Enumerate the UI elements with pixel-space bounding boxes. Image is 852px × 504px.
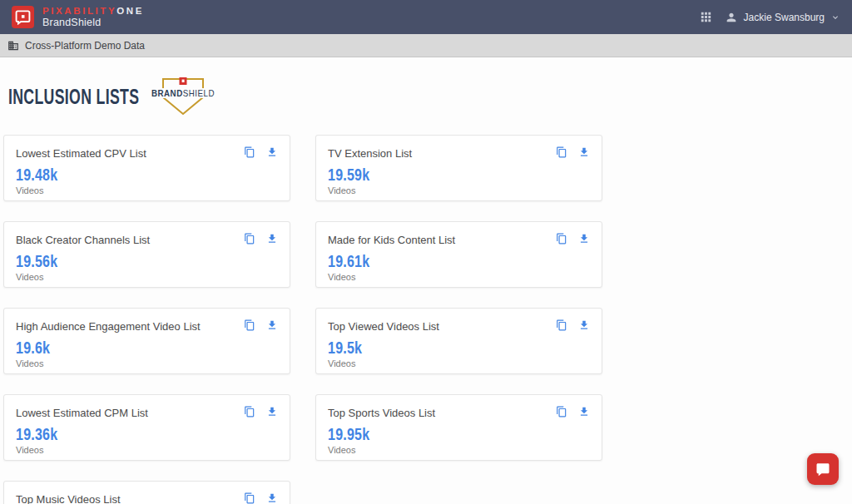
video-count: 19.61k <box>328 252 369 271</box>
page-title: INCLUSION LISTS <box>8 84 139 110</box>
chevron-down-icon <box>830 12 840 22</box>
speech-bubble-logo-icon <box>15 9 31 25</box>
video-count-unit: Videos <box>16 185 278 195</box>
breadcrumb[interactable]: Cross-Platform Demo Data <box>25 40 145 52</box>
brand-name: PIXABILITY <box>42 6 116 16</box>
copy-icon[interactable] <box>244 406 255 418</box>
video-count: 19.5k <box>328 338 362 358</box>
user-menu[interactable]: Jackie Swansburg <box>725 11 840 24</box>
list-title: Top Music Videos List <box>16 493 278 504</box>
copy-icon[interactable] <box>244 233 255 245</box>
list-card: Top Sports Videos List 19.95k Videos <box>315 394 602 461</box>
video-count-unit: Videos <box>328 185 590 195</box>
download-icon[interactable] <box>266 146 278 158</box>
video-count-unit: Videos <box>16 272 278 282</box>
list-title: Top Viewed Videos List <box>328 320 590 333</box>
video-count-unit: Videos <box>16 445 278 455</box>
brandshield-wordmark: BRANDSHIELD <box>150 88 217 98</box>
list-card: Made for Kids Content List 19.61k Videos <box>315 221 602 288</box>
top-navbar: PIXABILITYONE BrandShield Jackie Swansbu… <box>0 0 852 34</box>
apps-grid-icon[interactable] <box>699 10 713 24</box>
list-card: Top Viewed Videos List 19.5k Videos <box>315 308 602 374</box>
list-title: Black Creator Channels List <box>16 234 278 246</box>
brand-suffix: ONE <box>116 6 144 16</box>
video-count: 19.36k <box>16 425 57 444</box>
list-card: Top Music Videos List <box>3 481 290 504</box>
list-title: Lowest Estimated CPM List <box>16 407 278 419</box>
video-count: 19.95k <box>328 425 369 444</box>
list-title: High Audience Engagement Video List <box>16 320 278 333</box>
person-icon <box>725 11 738 24</box>
video-count-unit: Videos <box>16 358 278 368</box>
chat-launcher-button[interactable] <box>807 453 839 485</box>
list-title: Made for Kids Content List <box>328 234 590 246</box>
download-icon[interactable] <box>266 492 278 504</box>
user-name: Jackie Swansburg <box>744 12 825 23</box>
wordmark-brand: BRAND <box>151 88 183 98</box>
list-title: Lowest Estimated CPV List <box>16 147 278 160</box>
video-count-unit: Videos <box>328 272 590 282</box>
download-icon[interactable] <box>578 146 590 158</box>
title-row: INCLUSION LISTS BRANDSHIELD <box>8 77 839 116</box>
list-card: Lowest Estimated CPM List 19.36k Videos <box>3 394 290 461</box>
wordmark-shield: SHIELD <box>183 88 215 98</box>
breadcrumb-bar: Cross-Platform Demo Data <box>0 34 852 57</box>
organization-icon <box>7 40 19 52</box>
copy-icon[interactable] <box>556 233 567 245</box>
copy-icon[interactable] <box>556 319 567 331</box>
download-icon[interactable] <box>578 233 590 245</box>
list-card: Black Creator Channels List 19.56k Video… <box>3 221 290 288</box>
main-content: INCLUSION LISTS BRANDSHIELD Lowest Estim… <box>0 77 852 504</box>
brandshield-logo: BRANDSHIELD <box>154 77 212 116</box>
video-count: 19.6k <box>16 338 50 358</box>
list-title: TV Extension List <box>328 147 590 160</box>
list-card: Lowest Estimated CPV List 19.48k Videos <box>3 135 290 201</box>
download-icon[interactable] <box>266 319 278 331</box>
list-card: TV Extension List 19.59k Videos <box>315 135 602 201</box>
download-icon[interactable] <box>266 233 278 245</box>
product-name: BrandShield <box>42 17 144 28</box>
video-count-unit: Videos <box>328 445 590 455</box>
video-count: 19.56k <box>16 252 57 271</box>
video-count: 19.48k <box>16 166 57 185</box>
download-icon[interactable] <box>578 406 590 418</box>
list-card: High Audience Engagement Video List 19.6… <box>3 308 290 374</box>
chat-bubble-icon <box>815 462 830 477</box>
copy-icon[interactable] <box>244 492 255 504</box>
download-icon[interactable] <box>266 406 278 418</box>
list-title: Top Sports Videos List <box>328 407 590 419</box>
brand-block: PIXABILITYONE BrandShield <box>42 6 144 29</box>
video-count-unit: Videos <box>328 358 590 368</box>
video-count: 19.59k <box>328 166 369 185</box>
inclusion-lists-grid: Lowest Estimated CPV List 19.48k Videos … <box>3 135 839 504</box>
download-icon[interactable] <box>578 319 590 331</box>
copy-icon[interactable] <box>556 146 567 158</box>
copy-icon[interactable] <box>556 406 567 418</box>
pixability-logo[interactable] <box>12 6 34 28</box>
copy-icon[interactable] <box>244 146 255 158</box>
copy-icon[interactable] <box>244 319 255 331</box>
